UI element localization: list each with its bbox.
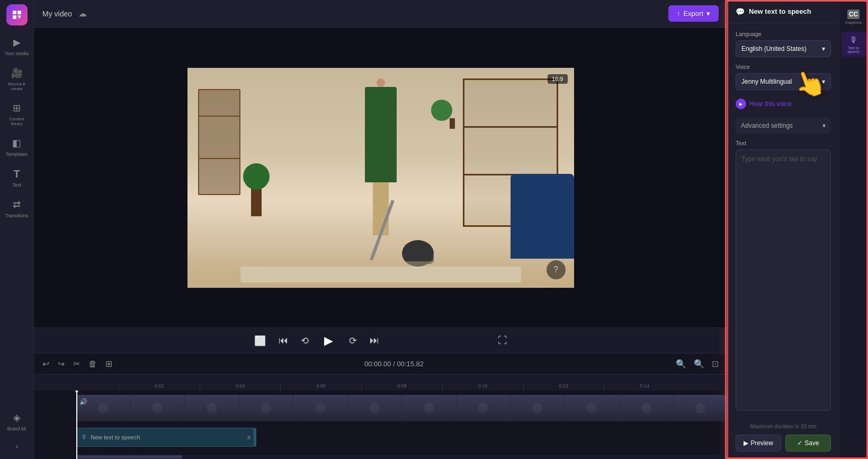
tts-panel: 💬 New text to speech Language English (U…: [727, 0, 838, 459]
language-dropdown-icon: ▾: [822, 45, 825, 52]
save-check-icon: ✓: [797, 439, 802, 447]
tts-panel-title: New text to speech: [749, 7, 811, 15]
tts-track-icon: 🎙: [81, 434, 87, 441]
max-duration-label: Maximum duration is 10 min: [736, 423, 831, 429]
language-section: Language English (United States) ▾: [736, 31, 831, 57]
undo-button[interactable]: ↩: [40, 357, 51, 371]
clip-thumb: [348, 395, 402, 421]
sidebar-expand-btn[interactable]: ›: [11, 438, 22, 455]
voice-section: Voice Jenny Multilingual ▾: [736, 64, 831, 90]
preview-icon: ▶: [744, 439, 748, 447]
text-icon: T: [11, 167, 23, 180]
playhead: [76, 391, 77, 459]
export-button[interactable]: ↑ Export ▾: [668, 5, 719, 22]
tts-panel-body: Language English (United States) ▾ Voice…: [728, 23, 838, 418]
export-chevron-icon: ▾: [706, 10, 710, 17]
video-container: 16:9 ? ›: [34, 28, 727, 328]
sidebar-item-your-media[interactable]: ▶ Your media: [2, 32, 32, 60]
skip-back-button[interactable]: ⏮: [276, 333, 290, 348]
app-logo[interactable]: [6, 4, 28, 25]
text-to-speech-button[interactable]: 🎙 Text tospeech: [841, 32, 866, 57]
timeline-toolbar: ↩ ↪ ✂ 🗑 ⊞ 00:00.00 / 00:15.82 🔍 🔍 ⊡: [34, 354, 727, 375]
preview-button[interactable]: ▶ Preview: [736, 435, 781, 452]
text-to-speech-icon: 🎙: [849, 36, 858, 45]
monitor-icon-btn[interactable]: ⬜: [252, 333, 268, 349]
save-button[interactable]: ✓ Save: [785, 435, 831, 452]
clip-thumb: [185, 395, 239, 421]
sidebar-item-record[interactable]: 🎥 Record &create: [2, 63, 32, 95]
video-preview: [187, 68, 574, 288]
voice-dropdown-icon: ▾: [822, 78, 825, 85]
help-button[interactable]: ?: [547, 260, 566, 279]
timeline-content: 🔊 🎙 New text to spe: [34, 391, 727, 459]
save-frame-button[interactable]: ⊞: [103, 357, 114, 371]
main-content: My video ☁ ↑ Export ▾: [34, 0, 727, 459]
sidebar-item-templates[interactable]: ◧ Templates: [2, 133, 32, 161]
brand-icon: ◈: [11, 411, 23, 424]
voice-label: Voice: [736, 64, 831, 70]
scissors-button[interactable]: ✂: [71, 357, 82, 371]
advanced-settings-toggle[interactable]: Advanced settings ▾: [736, 118, 831, 134]
timeline-scroll-thumb[interactable]: [76, 455, 182, 458]
language-label: Language: [736, 31, 831, 37]
tts-track[interactable]: 🎙 New text to speech ⏸: [76, 428, 256, 447]
timeline-scrollbar[interactable]: [76, 455, 727, 459]
clip-thumb: [619, 395, 673, 421]
redo-button[interactable]: ↪: [56, 357, 67, 371]
ruler-mark: 0:02: [119, 383, 200, 391]
clip-thumb: [511, 395, 565, 421]
ruler-mark: 0:06: [280, 383, 361, 391]
tts-panel-header: 💬 New text to speech: [728, 0, 838, 23]
tts-track-label: New text to speech: [91, 434, 140, 440]
sidebar-item-brand[interactable]: ◈ Brand kit: [2, 407, 32, 436]
record-icon: 🎥: [11, 67, 23, 80]
tts-actions: ▶ Preview ✓ Save: [736, 435, 831, 452]
fullscreen-button[interactable]: ⛶: [496, 333, 509, 348]
fit-button[interactable]: ⊡: [710, 357, 721, 371]
fast-forward-button[interactable]: ⟳: [347, 333, 359, 349]
voice-dropdown[interactable]: Jenny Multilingual ▾: [736, 73, 831, 90]
timeline-zoom-controls: 🔍 🔍 ⊡: [674, 357, 721, 371]
zoom-in-button[interactable]: 🔍: [692, 357, 706, 371]
clip-thumb: [457, 395, 511, 421]
language-dropdown[interactable]: English (United States) ▾: [736, 40, 831, 57]
tts-track-right-handle[interactable]: [254, 428, 256, 446]
captions-icon: CC: [847, 10, 860, 19]
sidebar-item-text[interactable]: T Text: [2, 163, 32, 192]
media-icon: ▶: [11, 36, 23, 49]
content-library-icon: ⊞: [11, 102, 23, 114]
ruler-mark: 0:04: [200, 383, 281, 391]
video-controls-bar: ⬜ ⏮ ⟲ ▶ ⟳ ⏭ ⛶: [34, 328, 727, 353]
captions-button[interactable]: CC Captions: [841, 4, 866, 30]
play-pause-button[interactable]: ▶: [319, 331, 338, 350]
tts-track-pause-icon: ⏸: [246, 435, 252, 440]
hear-voice-play-icon: ▶: [736, 99, 746, 109]
ruler-mark: 0:10: [442, 383, 523, 391]
clip-thumb: [131, 395, 185, 421]
skip-forward-button[interactable]: ⏭: [368, 333, 381, 348]
clip-thumb: 🔊: [76, 395, 130, 421]
clip-thumb: [565, 395, 619, 421]
zoom-out-button[interactable]: 🔍: [674, 357, 688, 371]
left-sidebar: ▶ Your media 🎥 Record &create ⊞ Contentl…: [0, 0, 34, 459]
text-label: Text: [736, 140, 831, 146]
cloud-save-icon[interactable]: ☁: [78, 8, 87, 19]
clip-thumb: [674, 395, 728, 421]
transitions-icon: ⇄: [11, 198, 23, 211]
ruler-mark: 0:14: [604, 383, 685, 391]
hear-voice-button[interactable]: ▶ Hear this voice: [736, 96, 831, 111]
clip-thumb: [239, 395, 293, 421]
rewind-button[interactable]: ⟲: [299, 333, 311, 349]
right-icons-panel: CC Captions 🎙 Text tospeech: [838, 0, 868, 459]
topbar: My video ☁ ↑ Export ▾: [34, 0, 727, 28]
sidebar-item-transitions[interactable]: ⇄ Transitions: [2, 194, 32, 223]
timeline: ↩ ↪ ✂ 🗑 ⊞ 00:00.00 / 00:15.82 🔍 🔍 ⊡ 0:02…: [34, 353, 727, 459]
ruler-mark: 0:08: [361, 383, 442, 391]
delete-button[interactable]: 🗑: [86, 357, 99, 371]
video-clips: 🔊: [76, 395, 727, 421]
sidebar-item-content-library[interactable]: ⊞ Contentlibrary: [2, 98, 32, 130]
timeline-time-display: 00:00.00 / 00:15.82: [119, 360, 669, 368]
video-track[interactable]: 🔊: [76, 395, 727, 421]
tts-text-input[interactable]: [736, 149, 831, 411]
tts-footer: Maximum duration is 10 min ▶ Preview ✓ S…: [728, 418, 838, 459]
